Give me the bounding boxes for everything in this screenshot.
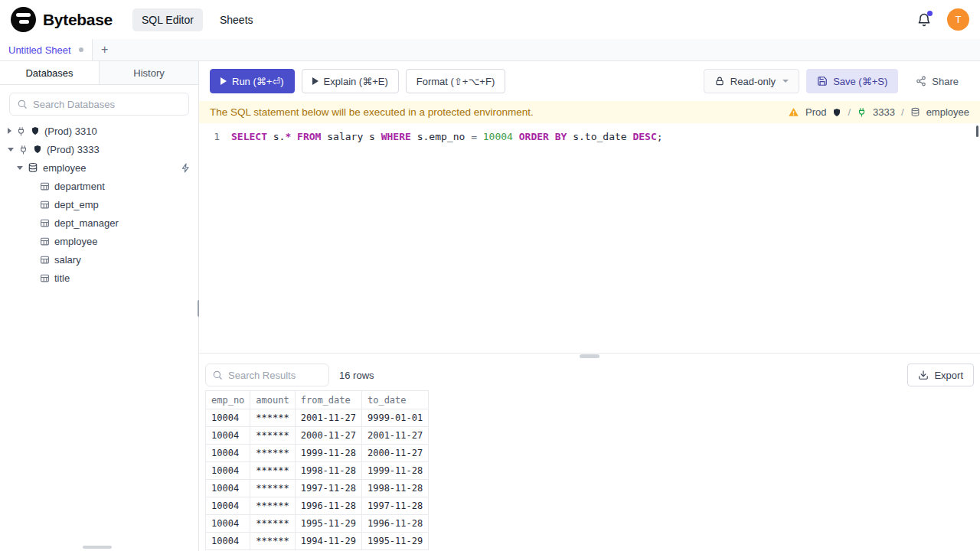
- cell[interactable]: ******: [250, 462, 295, 480]
- cell[interactable]: 1997-11-28: [361, 497, 428, 515]
- cell[interactable]: ******: [250, 427, 295, 445]
- table-row[interactable]: 10004 ****** 1995-11-29 1996-11-28: [206, 515, 429, 533]
- nav-sheets[interactable]: Sheets: [211, 8, 263, 31]
- cell[interactable]: ******: [250, 533, 295, 550]
- chevron-down-icon: [782, 80, 789, 83]
- cell[interactable]: 10004: [206, 462, 250, 480]
- sheet-tab-untitled[interactable]: Untitled Sheet: [0, 39, 93, 60]
- table-icon: [40, 273, 50, 283]
- tab-databases[interactable]: Databases: [0, 61, 99, 84]
- sql-editor[interactable]: 1 SELECT s.* FROM salary s WHERE s.emp_n…: [199, 123, 980, 354]
- cell[interactable]: 10004: [206, 497, 250, 515]
- share-button[interactable]: Share: [905, 69, 969, 93]
- tree-table-department[interactable]: department: [0, 177, 198, 195]
- cell[interactable]: 10004: [206, 445, 250, 462]
- cell[interactable]: 1996-11-28: [361, 515, 428, 533]
- cell[interactable]: 1995-11-29: [295, 515, 361, 533]
- readonly-mode-button[interactable]: Read-only: [704, 69, 799, 93]
- save-button[interactable]: Save (⌘+S): [806, 69, 898, 93]
- cell[interactable]: 2001-11-27: [361, 427, 428, 445]
- table-icon: [40, 181, 50, 191]
- cell[interactable]: 10004: [206, 515, 250, 533]
- column-header-amount[interactable]: amount: [250, 391, 295, 409]
- sidebar-tabs: Databases History: [0, 61, 198, 85]
- table-row[interactable]: 10004 ****** 2001-11-27 9999-01-01: [206, 409, 429, 427]
- avatar[interactable]: T: [947, 8, 969, 31]
- tree-database-employee[interactable]: employee: [0, 158, 198, 177]
- cell[interactable]: 1995-11-29: [361, 533, 428, 550]
- cell[interactable]: 9999-01-01: [361, 409, 428, 427]
- cell[interactable]: 1999-11-28: [295, 445, 361, 462]
- cell[interactable]: 10004: [206, 533, 250, 550]
- cell[interactable]: 2000-11-27: [361, 445, 428, 462]
- tree-instance-prod-3333[interactable]: (Prod) 3333: [0, 140, 198, 158]
- tree-table-title[interactable]: title: [0, 269, 198, 287]
- cell[interactable]: ******: [250, 497, 295, 515]
- cell[interactable]: 10004: [206, 480, 250, 497]
- tab-history[interactable]: History: [99, 61, 198, 84]
- column-header-from-date[interactable]: from_date: [295, 391, 361, 409]
- table-row[interactable]: 10004 ****** 1994-11-29 1995-11-29: [206, 533, 429, 550]
- nav-sql-editor[interactable]: SQL Editor: [132, 8, 203, 31]
- table-label: department: [54, 181, 105, 192]
- search-databases-input[interactable]: [33, 99, 181, 110]
- instance-crumb[interactable]: 3333: [873, 106, 895, 118]
- cell[interactable]: 1999-11-28: [361, 462, 428, 480]
- cell[interactable]: 2001-11-27: [295, 409, 361, 427]
- quick-action-bolt-icon[interactable]: [181, 163, 191, 173]
- cell[interactable]: ******: [250, 409, 295, 427]
- run-button[interactable]: Run (⌘+⏎): [210, 69, 295, 93]
- cell[interactable]: 10004: [206, 427, 250, 445]
- table-row[interactable]: 10004 ****** 1998-11-28 1999-11-28: [206, 462, 429, 480]
- search-results-input[interactable]: [228, 370, 322, 381]
- sheet-tab-label: Untitled Sheet: [8, 44, 71, 56]
- environment-label[interactable]: Prod: [805, 106, 826, 118]
- results-search-box[interactable]: [205, 364, 329, 386]
- table-row[interactable]: 10004 ****** 1997-11-28 1998-11-28: [206, 480, 429, 497]
- export-button[interactable]: Export: [907, 364, 974, 386]
- download-icon: [918, 370, 929, 380]
- sidebar-horizontal-scrollbar[interactable]: [83, 546, 112, 549]
- results-grid: emp_no amount from_date to_date 10004 **…: [205, 390, 980, 551]
- column-header-emp-no[interactable]: emp_no: [206, 391, 250, 409]
- format-button[interactable]: Format (⇧+⌥+F): [406, 69, 505, 93]
- database-search-box[interactable]: [9, 93, 189, 116]
- cell[interactable]: 1997-11-28: [295, 480, 361, 497]
- tree-instance-prod-3310[interactable]: (Prod) 3310: [0, 122, 198, 140]
- cell[interactable]: ******: [250, 445, 295, 462]
- tree-table-dept-manager[interactable]: dept_manager: [0, 214, 198, 232]
- tree-table-salary[interactable]: salary: [0, 250, 198, 269]
- top-bar-right: T: [916, 8, 969, 31]
- bytebase-logo[interactable]: Bytebase: [11, 7, 113, 32]
- cell[interactable]: 1996-11-28: [295, 497, 361, 515]
- sql-code: SELECT s.* FROM salary s WHERE s.emp_no …: [231, 129, 663, 145]
- table-row[interactable]: 10004 ****** 2000-11-27 2001-11-27: [206, 427, 429, 445]
- connection-icon: [16, 126, 26, 136]
- cell[interactable]: 1998-11-28: [295, 462, 361, 480]
- caret-down-icon[interactable]: [17, 166, 23, 170]
- table-icon: [40, 236, 50, 246]
- cell[interactable]: 1998-11-28: [361, 480, 428, 497]
- notification-bell-icon[interactable]: [916, 12, 932, 28]
- sql-code-line[interactable]: 1 SELECT s.* FROM salary s WHERE s.emp_n…: [199, 123, 980, 145]
- table-label: title: [54, 272, 70, 284]
- resize-handle[interactable]: [580, 354, 599, 358]
- cell[interactable]: 2000-11-27: [295, 427, 361, 445]
- tree-table-dept-emp[interactable]: dept_emp: [0, 195, 198, 214]
- add-sheet-button[interactable]: +: [93, 39, 117, 60]
- notice-message: The SQL statement below will be executed…: [210, 106, 534, 118]
- column-header-to-date[interactable]: to_date: [361, 391, 428, 409]
- editor-scrollbar[interactable]: [976, 126, 978, 137]
- database-crumb[interactable]: employee: [926, 106, 969, 118]
- table-row[interactable]: 10004 ****** 1999-11-28 2000-11-27: [206, 445, 429, 462]
- tree-table-employee[interactable]: employee: [0, 232, 198, 250]
- cell[interactable]: ******: [250, 480, 295, 497]
- table-row[interactable]: 10004 ****** 1996-11-28 1997-11-28: [206, 497, 429, 515]
- cell[interactable]: 10004: [206, 409, 250, 427]
- explain-button[interactable]: Explain (⌘+E): [302, 69, 399, 93]
- cell[interactable]: 1994-11-29: [295, 533, 361, 550]
- caret-down-icon[interactable]: [8, 148, 14, 152]
- cell[interactable]: ******: [250, 515, 295, 533]
- panel-divider[interactable]: [199, 354, 980, 360]
- caret-right-icon[interactable]: [8, 128, 11, 134]
